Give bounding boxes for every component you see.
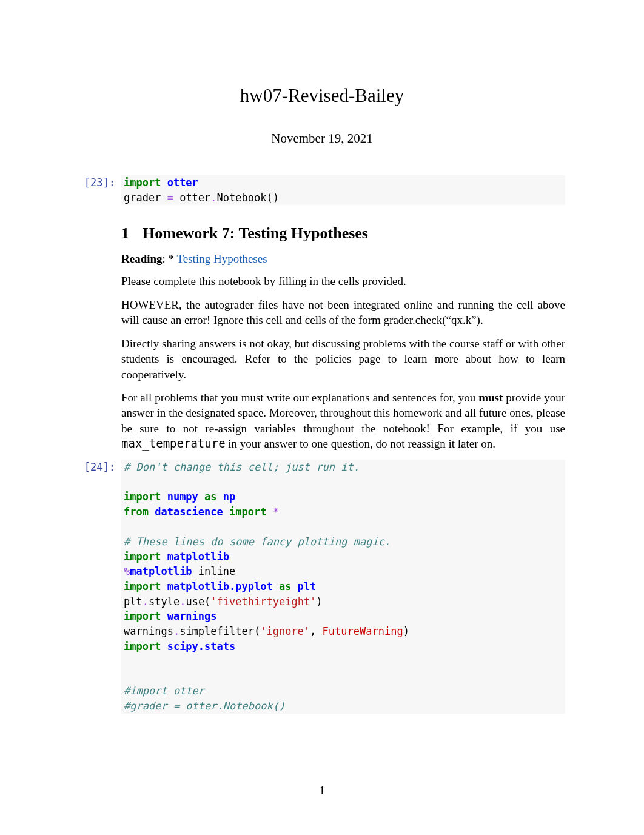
reading-link[interactable]: Testing Hypotheses <box>177 252 267 265</box>
document-title: hw07-Revised-Bailey <box>79 85 565 107</box>
cell-prompt: [23]: <box>79 175 121 190</box>
cell-source: # Don't change this cell; just run it. i… <box>121 460 565 714</box>
document-date: November 19, 2021 <box>79 131 565 146</box>
paragraph: Please complete this notebook by filling… <box>121 273 565 289</box>
reading-label: Reading <box>121 252 163 265</box>
text: in your answer to one question, do not r… <box>226 437 495 450</box>
cell-prompt: [24]: <box>79 460 121 475</box>
page-number: 1 <box>0 784 644 797</box>
bold-text: must <box>478 391 503 404</box>
code-cell-23: [23]: import otter grader = otter.Notebo… <box>79 175 565 205</box>
section-title: Homework 7: Testing Hypotheses <box>143 224 368 243</box>
section-heading: 1 Homework 7: Testing Hypotheses <box>121 224 565 243</box>
paragraph: Directly sharing answers is not okay, bu… <box>121 336 565 382</box>
reading-line: Reading: * Testing Hypotheses <box>121 252 565 266</box>
inline-code: max_temperature <box>121 437 226 450</box>
paragraph: HOWEVER, the autograder files have not b… <box>121 297 565 328</box>
text: For all problems that you must write our… <box>121 391 478 404</box>
section-number: 1 <box>121 224 129 243</box>
cell-source: import otter grader = otter.Notebook() <box>121 175 565 205</box>
code-cell-24: [24]: # Don't change this cell; just run… <box>79 460 565 714</box>
reading-prefix: : * <box>163 252 177 265</box>
paragraph: For all problems that you must write our… <box>121 390 565 452</box>
